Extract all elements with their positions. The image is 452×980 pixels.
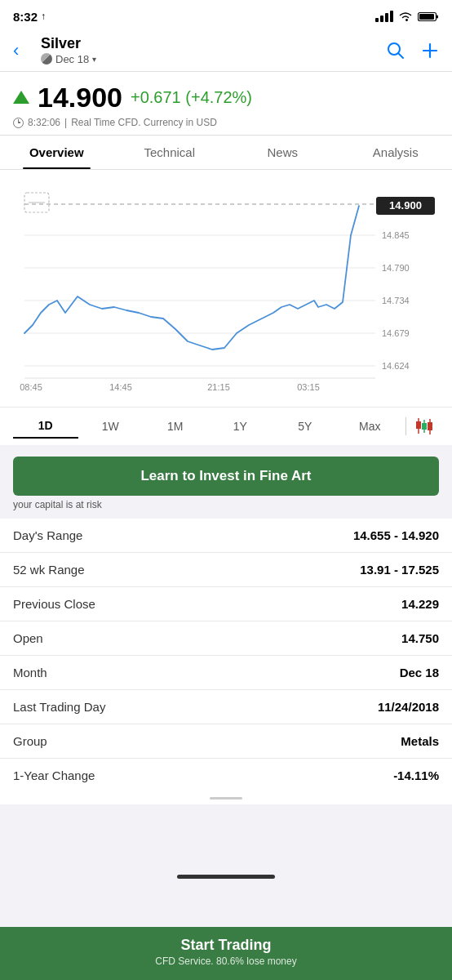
drag-handle-line <box>210 797 242 800</box>
bottom-spacer <box>0 804 452 870</box>
tabs: Overview Technical News Analysis <box>0 136 452 170</box>
svg-text:14.900: 14.900 <box>389 199 422 212</box>
stat-value: 14.229 <box>401 597 439 611</box>
ad-banner-text: Learn to Invest in Fine Art <box>140 468 311 483</box>
svg-text:21:15: 21:15 <box>207 382 230 392</box>
svg-line-4 <box>398 53 403 58</box>
clock-icon <box>13 118 24 128</box>
header: ‹ Silver Dec 18 ▾ <box>0 29 452 72</box>
header-title-area: Silver Dec 18 ▾ <box>41 35 387 65</box>
svg-rect-1 <box>419 14 434 20</box>
stat-row-group: Group Metals <box>0 724 452 759</box>
tab-analysis[interactable]: Analysis <box>339 136 453 169</box>
battery-icon <box>418 11 439 22</box>
time-selector: 1D 1W 1M 1Y 5Y Max <box>0 407 452 445</box>
svg-text:14.679: 14.679 <box>382 328 410 338</box>
time-btn-1w[interactable]: 1W <box>78 415 144 438</box>
svg-text:14.624: 14.624 <box>382 361 410 371</box>
price-meta-text: Real Time CFD. Currency in USD <box>71 117 217 128</box>
stat-value: Dec 18 <box>400 666 439 679</box>
stat-label: Last Trading Day <box>13 700 105 714</box>
price-separator: | <box>64 117 67 128</box>
contract-label: Dec 18 <box>55 53 89 65</box>
status-time: 8:32 <box>13 10 38 24</box>
status-bar: 8:32 ↑ <box>0 0 452 29</box>
tab-technical[interactable]: Technical <box>113 136 227 169</box>
stat-row-prev-close: Previous Close 14.229 <box>0 587 452 621</box>
svg-rect-2 <box>436 15 438 18</box>
stat-label: Previous Close <box>13 597 95 611</box>
candlestick-toggle[interactable] <box>410 415 439 438</box>
stat-value: 14.655 - 14.920 <box>353 528 439 542</box>
stat-label: 1-Year Change <box>13 768 95 782</box>
wifi-icon <box>398 11 413 22</box>
time-divider <box>405 417 406 435</box>
price-row: 14.900 +0.671 (+4.72%) <box>13 82 439 114</box>
stat-row-52wk: 52 wk Range 13.91 - 17.525 <box>0 553 452 587</box>
bottom-banner-title: Start Trading <box>13 937 439 954</box>
search-icon[interactable] <box>387 42 405 60</box>
candlestick-icon <box>413 416 436 436</box>
ad-banner[interactable]: Learn to Invest in Fine Art <box>13 457 439 496</box>
add-icon[interactable] <box>421 42 439 60</box>
stat-value: 14.750 <box>401 631 439 645</box>
svg-text:14:45: 14:45 <box>109 382 132 392</box>
location-icon: ↑ <box>41 11 46 22</box>
stat-row-days-range: Day's Range 14.655 - 14.920 <box>0 519 452 553</box>
chevron-down-icon: ▾ <box>92 55 96 64</box>
tab-news[interactable]: News <box>226 136 339 169</box>
home-bar <box>177 875 275 879</box>
drag-handle <box>0 792 452 804</box>
stats-table: Day's Range 14.655 - 14.920 52 wk Range … <box>0 519 452 792</box>
signal-icon <box>375 11 393 22</box>
stat-label: Group <box>13 734 47 748</box>
stat-row-open: Open 14.750 <box>0 621 452 656</box>
status-icons <box>375 11 439 22</box>
price-timestamp: 8:32:06 <box>28 117 60 128</box>
stat-row-last-trading-day: Last Trading Day 11/24/2018 <box>0 690 452 724</box>
bottom-banner[interactable]: Start Trading CFD Service. 80.6% lose mo… <box>0 927 452 980</box>
stat-row-month: Month Dec 18 <box>0 656 452 690</box>
svg-text:14.790: 14.790 <box>382 263 410 273</box>
svg-text:08:45: 08:45 <box>20 382 42 392</box>
svg-rect-28 <box>416 421 421 429</box>
price-meta: 8:32:06 | Real Time CFD. Currency in USD <box>13 117 439 128</box>
stat-value: -14.11% <box>393 768 439 782</box>
silver-icon <box>41 53 52 65</box>
price-main: 14.900 <box>38 82 122 114</box>
stat-value: Metals <box>401 734 439 748</box>
time-btn-max[interactable]: Max <box>338 415 403 438</box>
chart-area: 14.900 14.845 14.790 14.734 14.679 14.62… <box>0 170 452 407</box>
time-btn-1d[interactable]: 1D <box>13 414 78 439</box>
tab-overview[interactable]: Overview <box>0 136 113 169</box>
time-btn-1y[interactable]: 1Y <box>208 415 273 438</box>
svg-rect-31 <box>422 423 427 430</box>
time-btn-1m[interactable]: 1M <box>143 415 208 438</box>
price-section: 14.900 +0.671 (+4.72%) 8:32:06 | Real Ti… <box>0 72 452 136</box>
svg-rect-34 <box>428 422 432 430</box>
svg-text:14.845: 14.845 <box>382 230 410 240</box>
ad-caption: your capital is at risk <box>13 499 439 510</box>
bottom-banner-subtitle: CFD Service. 80.6% lose money <box>13 956 439 967</box>
home-indicator <box>0 870 452 882</box>
stat-label: Month <box>13 666 47 679</box>
svg-text:14.734: 14.734 <box>382 296 410 305</box>
stat-label: 52 wk Range <box>13 563 85 577</box>
price-chart[interactable]: 14.900 14.845 14.790 14.734 14.679 14.62… <box>0 170 452 407</box>
price-change: +0.671 (+4.72%) <box>131 88 252 107</box>
stat-value: 13.91 - 17.525 <box>360 563 439 577</box>
back-button[interactable]: ‹ <box>13 40 33 61</box>
price-up-arrow <box>13 91 29 104</box>
time-btn-5y[interactable]: 5Y <box>273 415 338 438</box>
page-title: Silver <box>41 35 387 53</box>
stat-label: Open <box>13 631 43 645</box>
stat-label: Day's Range <box>13 528 82 542</box>
header-actions <box>387 42 439 60</box>
stat-row-1yr-change: 1-Year Change -14.11% <box>0 759 452 792</box>
header-subtitle: Dec 18 ▾ <box>41 53 387 65</box>
svg-text:03:15: 03:15 <box>297 382 320 392</box>
stat-value: 11/24/2018 <box>378 700 439 714</box>
